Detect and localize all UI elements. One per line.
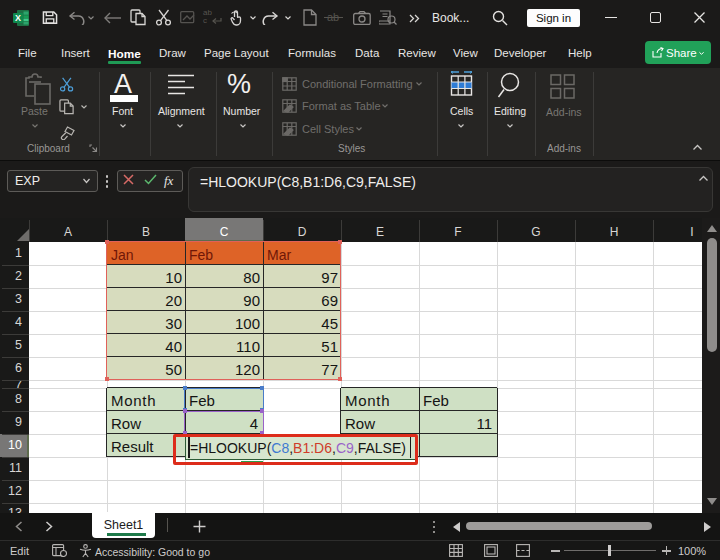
svg-text:X: X	[15, 13, 21, 23]
